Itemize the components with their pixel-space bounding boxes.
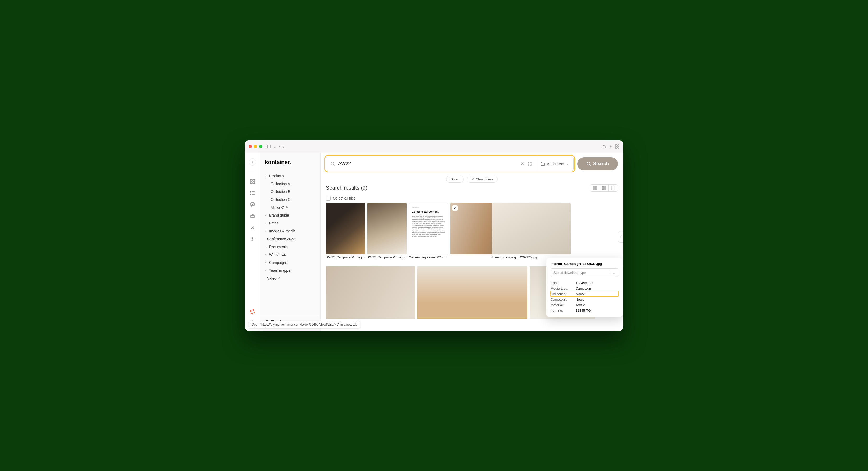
sidebar-item[interactable]: Collection C [260, 196, 319, 203]
svg-rect-8 [250, 182, 252, 184]
sidebar-item[interactable]: ›Brand guide [260, 211, 319, 219]
file-thumbnail[interactable] [417, 266, 527, 319]
share-icon[interactable] [602, 145, 606, 149]
file-thumbnail [326, 203, 365, 254]
file-tile[interactable]: DocumentConsent agreementLorem ipsum dol… [409, 203, 448, 259]
close-window-button[interactable] [249, 145, 252, 148]
show-filters-button[interactable]: Show [446, 176, 464, 183]
maximize-window-button[interactable] [259, 145, 262, 148]
chevron-icon: › [265, 229, 268, 232]
folder-sidebar: kontainer. ⌄ProductsCollection ACollecti… [260, 153, 320, 331]
svg-line-23 [334, 165, 335, 166]
metadata-value: Campaign [576, 286, 591, 290]
chevron-icon: › [265, 261, 268, 264]
new-tab-icon[interactable]: ＋ [609, 144, 613, 149]
svg-rect-7 [253, 179, 255, 181]
file-tile[interactable]: AW22_Campaign Phot~.jpg [367, 203, 407, 259]
dashboard-icon[interactable] [250, 179, 255, 184]
popover-filename: Interior_Campaign_3262937.jpg [551, 262, 618, 266]
right-panel-handle[interactable]: ‹ [618, 231, 623, 243]
metadata-row: Material:Textile [551, 302, 618, 308]
results-grid: AW22_Campaign Phot~.jpgAW22_Campaign Pho… [326, 203, 618, 262]
select-all-row[interactable]: Select all files [326, 196, 618, 200]
svg-point-36 [612, 187, 612, 187]
gear-icon[interactable] [250, 236, 255, 242]
briefcase-icon[interactable] [250, 213, 255, 219]
search-input[interactable] [338, 161, 517, 166]
select-all-checkbox[interactable] [326, 196, 331, 200]
selected-checkbox[interactable] [453, 205, 458, 211]
sidebar-item-label: Products [269, 174, 284, 178]
browser-window: ⌄ ‹ › ＋ ‹ kontainer. ⌄Produ [245, 140, 623, 331]
sidebar-item[interactable]: Conference 2023 [260, 235, 319, 243]
metadata-value: 12345-TG [576, 309, 591, 312]
sidebar-item[interactable]: Video ⚙ [260, 274, 319, 282]
svg-point-13 [250, 191, 251, 192]
sidebar-item-label: Workflows [269, 253, 286, 257]
search-button[interactable]: Search [577, 157, 618, 170]
download-type-placeholder: Select download type [554, 271, 586, 275]
sidebar-item[interactable]: ›Documents [260, 243, 319, 251]
chevron-down-icon[interactable]: ⌄ [273, 145, 276, 149]
chevron-icon: › [265, 253, 268, 256]
forward-icon[interactable]: › [283, 145, 284, 149]
sidebar-item[interactable]: ›Press [260, 219, 319, 227]
file-thumbnail[interactable] [326, 266, 415, 319]
expand-icon[interactable] [528, 162, 532, 166]
view-list-icon[interactable] [608, 185, 618, 191]
sidebar-item-label: Team mapper [269, 268, 292, 273]
svg-point-14 [250, 193, 251, 193]
help-icon[interactable] [250, 309, 255, 315]
chevron-icon: › [265, 245, 268, 248]
svg-point-19 [252, 239, 253, 240]
metadata-key: Item no: [551, 309, 576, 312]
collapse-sidebar-button[interactable]: ‹ [249, 158, 256, 166]
metadata-value: AW22 [576, 292, 585, 296]
tabs-overview-icon[interactable] [615, 145, 619, 149]
scope-label: All folders [547, 161, 564, 166]
back-icon[interactable]: ‹ [279, 145, 280, 149]
sync-icon: ⊘ [286, 206, 288, 209]
clear-search-icon[interactable]: ✕ [521, 161, 524, 166]
select-all-label: Select all files [333, 196, 356, 200]
list-icon[interactable] [250, 190, 255, 196]
clear-filters-button[interactable]: ✕Clear filters [467, 176, 498, 183]
view-grid-small-icon[interactable] [590, 185, 599, 191]
svg-point-24 [587, 162, 590, 165]
search-icon [330, 161, 335, 166]
window-controls [249, 145, 262, 148]
download-type-select[interactable]: Select download type ⌄ [551, 268, 618, 277]
sidebar-item[interactable]: ›Workflows [260, 251, 319, 259]
metadata-key: Collection: [551, 292, 576, 296]
sidebar-item[interactable]: ›Team mapper [260, 266, 319, 274]
metadata-row: Item no:12345-TG [551, 308, 618, 313]
sidebar-item[interactable]: Mirror C ⊘ [260, 203, 319, 211]
view-grid-large-icon[interactable] [599, 185, 608, 191]
chevron-down-icon: ⌄ [566, 162, 569, 165]
sidebar-item[interactable]: Collection B [260, 188, 319, 196]
icon-rail: ‹ [245, 153, 260, 331]
chevron-icon: ⌄ [265, 174, 268, 177]
svg-rect-28 [593, 188, 594, 190]
metadata-key: Material: [551, 303, 576, 307]
sidebar-item-label: Collection B [271, 190, 290, 194]
user-icon[interactable] [250, 225, 255, 230]
file-tile[interactable]: Interior_Campaign_4202325.jpg [492, 203, 570, 259]
sidebar-item[interactable]: ›Images & media [260, 227, 319, 235]
minimize-window-button[interactable] [254, 145, 257, 148]
search-scope-dropdown[interactable]: All folders ⌄ [536, 157, 574, 171]
chevron-down-icon: ⌄ [610, 271, 615, 275]
chevron-icon: › [265, 214, 268, 217]
sidebar-toggle-icon[interactable] [266, 145, 271, 148]
svg-rect-17 [251, 215, 254, 218]
sidebar-item[interactable]: Collection A [260, 180, 319, 188]
svg-rect-31 [604, 186, 606, 188]
sidebar-item[interactable]: ⌄Products [260, 172, 319, 180]
sidebar-item[interactable]: ›Campaigns [260, 259, 319, 266]
titlebar: ⌄ ‹ › ＋ [245, 140, 623, 153]
chat-icon[interactable] [250, 201, 255, 208]
file-tile[interactable]: AW22_Campaign Phot~.jpg [326, 203, 365, 259]
svg-point-38 [612, 189, 612, 189]
sidebar-item-label: Images & media [269, 229, 296, 233]
svg-rect-9 [253, 182, 255, 184]
